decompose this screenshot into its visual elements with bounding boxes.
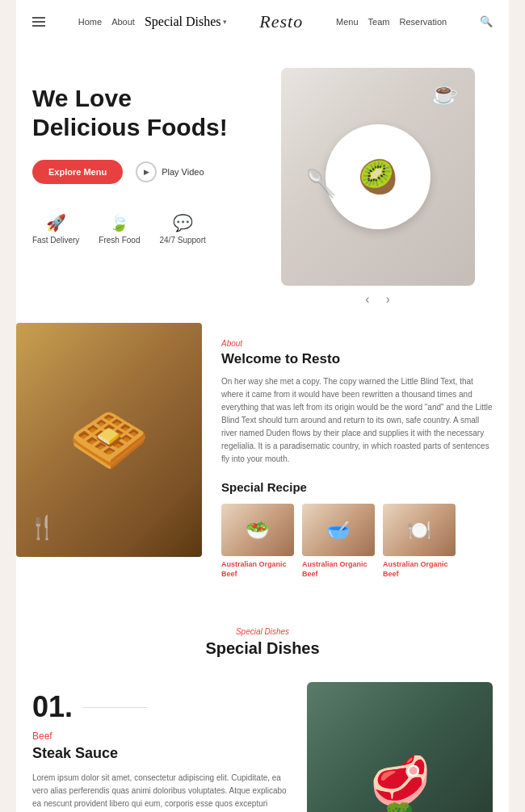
hero-buttons: Explore Menu ▶ Play Video — [32, 160, 262, 184]
play-icon: ▶ — [136, 161, 157, 182]
about-section: 🧇 🍴 About Welcome to Resto On her way sh… — [16, 323, 509, 603]
recipe-image-2: 🥣 — [302, 504, 375, 556]
about-tag: About — [221, 339, 493, 348]
hero-title: We LoveDelicious Foods! — [32, 84, 262, 142]
food-bowl: 🥝 — [326, 124, 430, 229]
navbar: Home About Special Dishes ▾ Resto Menu T… — [16, 0, 509, 44]
search-icon[interactable]: 🔍 — [480, 15, 493, 28]
chevron-down-icon: ▾ — [223, 18, 227, 26]
explore-menu-button[interactable]: Explore Menu — [32, 160, 123, 184]
rocket-icon: 🚀 — [46, 213, 66, 232]
nav-reservation[interactable]: Reservation — [399, 17, 447, 27]
hero-image-bg: ☕ 🥝 🥄 — [281, 68, 475, 286]
dish-number-text: 01. — [32, 690, 73, 724]
nav-about[interactable]: About — [111, 17, 135, 27]
recipe-label-1: Australian OrganicBeef — [221, 560, 294, 579]
coffee-cup-icon: ☕ — [430, 80, 459, 107]
feature-fast-delivery: 🚀 Fast Delivery — [32, 213, 79, 245]
nav-menu[interactable]: Menu — [336, 17, 359, 27]
waffle-icon: 🧇 — [69, 402, 149, 478]
recipe-label-3: Australian OrganicBeef — [383, 560, 456, 579]
hero-image: ☕ 🥝 🥄 — [281, 68, 475, 286]
hero-left: We LoveDelicious Foods! Explore Menu ▶ P… — [32, 68, 262, 307]
special-dishes-section: Special Dishes Special Dishes — [16, 603, 509, 682]
nav-left-links: Home About Special Dishes ▾ — [78, 15, 227, 29]
nav-special-dishes[interactable]: Special Dishes ▾ — [145, 15, 227, 29]
hero-right: ☕ 🥝 🥄 ‹ › — [262, 68, 493, 307]
dish-number-line — [82, 707, 147, 708]
site-logo: Resto — [259, 11, 303, 32]
dish-category: Beef — [32, 730, 291, 742]
spoon-icon: 🥄 — [305, 168, 338, 199]
play-video-button[interactable]: ▶ Play Video — [136, 161, 204, 182]
nav-right-links: Menu Team Reservation — [336, 17, 447, 27]
nav-home[interactable]: Home — [78, 17, 102, 27]
feature-support: 💬 24/7 Support — [160, 213, 206, 245]
special-dishes-title: Special Dishes — [32, 639, 493, 658]
fast-delivery-label: Fast Delivery — [32, 236, 79, 245]
recipe-card-2: 🥣 Australian OrganicBeef — [302, 504, 375, 579]
hamburger-menu[interactable] — [32, 17, 45, 27]
hero-features: 🚀 Fast Delivery 🍃 Fresh Food 💬 24/7 Supp… — [32, 213, 262, 245]
dish-description: Lorem ipsum dolor sit amet, consectetur … — [32, 772, 291, 812]
recipe-card-3: 🍽️ Australian OrganicBeef — [383, 504, 456, 579]
about-content: About Welcome to Resto On her way she me… — [202, 323, 509, 579]
dish-image: 🥩 🥦 — [307, 682, 493, 812]
leaf-icon: 🍃 — [109, 213, 129, 232]
fork-icon: 🍴 — [28, 514, 57, 541]
dish-name: Steak Sauce — [32, 745, 291, 762]
special-dishes-tag: Special Dishes — [32, 627, 493, 636]
fresh-food-label: Fresh Food — [99, 236, 140, 245]
recipe-label-2: Australian OrganicBeef — [302, 560, 375, 579]
recipe-image-1: 🥗 — [221, 504, 294, 556]
dish-detail-section: 01. Beef Steak Sauce Lorem ipsum dolor s… — [16, 682, 509, 812]
dish-number: 01. — [32, 690, 291, 724]
food-bowl-icon: 🥝 — [358, 158, 398, 196]
chat-icon: 💬 — [173, 213, 193, 232]
support-label: 24/7 Support — [160, 236, 206, 245]
recipe-image-3: 🍽️ — [383, 504, 456, 556]
dish-info: 01. Beef Steak Sauce Lorem ipsum dolor s… — [32, 682, 291, 812]
recipe-card-1: 🥗 Australian OrganicBeef — [221, 504, 294, 579]
nav-team[interactable]: Team — [368, 17, 390, 27]
about-title: Welcome to Resto — [221, 351, 493, 367]
hero-section: We LoveDelicious Foods! Explore Menu ▶ P… — [16, 44, 509, 323]
special-recipe-title: Special Recipe — [221, 480, 493, 494]
recipe-cards: 🥗 Australian OrganicBeef 🥣 Australian Or… — [221, 504, 493, 579]
waffle-image: 🧇 🍴 — [16, 323, 202, 557]
dish-image-content: 🥩 🥦 — [370, 752, 430, 812]
play-label: Play Video — [162, 167, 204, 177]
feature-fresh-food: 🍃 Fresh Food — [99, 213, 140, 245]
about-text: On her way she met a copy. The copy warn… — [221, 375, 493, 466]
next-arrow-button[interactable]: › — [386, 292, 390, 307]
prev-arrow-button[interactable]: ‹ — [365, 292, 369, 307]
hero-nav-arrows: ‹ › — [365, 292, 390, 307]
